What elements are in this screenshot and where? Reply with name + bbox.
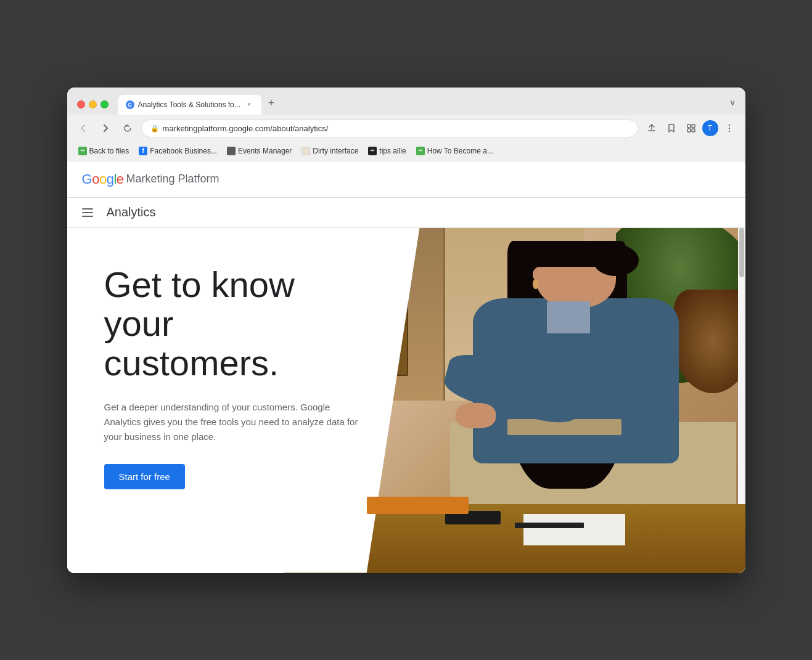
- new-tab-button[interactable]: +: [263, 95, 280, 112]
- bookmark-dirty-interface[interactable]: Dirty interface: [298, 145, 362, 157]
- svg-point-5: [728, 128, 729, 129]
- address-text: marketingplatform.google.com/about/analy…: [163, 124, 629, 133]
- profile-avatar[interactable]: T: [702, 120, 718, 136]
- share-button[interactable]: [643, 120, 660, 137]
- bookmark-back-to-files[interactable]: Back to files: [75, 145, 133, 157]
- bookmark-tips-allie[interactable]: tips allie: [364, 145, 409, 157]
- traffic-lights: [77, 100, 109, 108]
- extensions-button[interactable]: [683, 120, 700, 137]
- bookmark-how-to-become[interactable]: How To Become a...: [412, 145, 497, 157]
- title-bar: G Analytics Tools & Solutions fo... × + …: [67, 88, 745, 115]
- hero-heading-line1: Get to know: [104, 264, 295, 304]
- forward-button[interactable]: [97, 120, 114, 137]
- maximize-window-button[interactable]: [100, 100, 109, 108]
- bookmark-label-facebook: Facebook Busines...: [150, 147, 217, 155]
- refresh-button[interactable]: [119, 120, 136, 137]
- lock-icon: 🔒: [150, 124, 159, 132]
- svg-rect-3: [692, 129, 695, 132]
- bookmark-events-manager[interactable]: Events Manager: [223, 145, 295, 157]
- hero-description: Get a deeper understanding of your custo…: [104, 400, 363, 444]
- hero-heading-line3: customers.: [104, 343, 279, 383]
- bookmark-label-events: Events Manager: [238, 147, 292, 155]
- hamburger-menu-button[interactable]: [82, 205, 97, 220]
- jacket-collar: [547, 301, 590, 333]
- bookmark-favicon-how: [416, 147, 425, 155]
- tab-title: Analytics Tools & Solutions fo...: [138, 100, 241, 109]
- bookmark-favicon-events: [227, 147, 236, 155]
- tabs-bar: G Analytics Tools & Solutions fo... × +: [118, 95, 724, 115]
- hand: [456, 403, 496, 428]
- pen-on-table: [515, 523, 584, 528]
- bookmark-label-back: Back to files: [89, 147, 129, 155]
- address-bar[interactable]: 🔒 marketingplatform.google.com/about/ana…: [141, 120, 638, 137]
- logo-o2: o: [99, 171, 107, 187]
- laptop-on-table: [367, 497, 469, 514]
- bookmark-favicon-back: [78, 147, 87, 155]
- svg-rect-0: [687, 124, 691, 128]
- browser-window: G Analytics Tools & Solutions fo... × + …: [67, 88, 745, 573]
- hero-heading: Get to know your customers.: [104, 265, 395, 383]
- svg-rect-1: [692, 124, 695, 128]
- logo-o1: o: [92, 171, 99, 187]
- bookmark-label-how: How To Become a...: [427, 147, 493, 155]
- svg-point-6: [728, 131, 729, 132]
- paper-on-table: [523, 514, 625, 545]
- tab-favicon: G: [126, 100, 134, 109]
- analytics-nav: Analytics: [67, 198, 745, 228]
- navigation-bar: 🔒 marketingplatform.google.com/about/ana…: [67, 115, 745, 142]
- gmp-header: Google Marketing Platform: [67, 161, 745, 198]
- bookmark-favicon-facebook: f: [139, 147, 147, 155]
- logo-e: e: [117, 171, 124, 187]
- chrome-menu-button[interactable]: [721, 120, 738, 137]
- page-content: Google Marketing Platform Analytics: [67, 161, 745, 573]
- back-button[interactable]: [75, 120, 92, 137]
- logo-g2: g: [107, 171, 114, 187]
- svg-point-4: [728, 124, 729, 126]
- bookmark-label-dirty: Dirty interface: [313, 147, 358, 155]
- bookmark-favicon-dirty: [301, 147, 310, 155]
- platform-text: Marketing Platform: [126, 173, 219, 185]
- bookmark-label-tips: tips allie: [379, 147, 406, 155]
- hero-heading-line2: your: [104, 303, 174, 343]
- hair-bun: [593, 245, 639, 277]
- earring: [533, 279, 538, 288]
- tab-close-button[interactable]: ×: [244, 100, 254, 110]
- hamburger-line-2: [82, 212, 93, 213]
- logo-g1: G: [82, 171, 92, 187]
- expand-button[interactable]: ∨: [729, 97, 736, 107]
- bookmark-favicon-tips: [368, 147, 377, 155]
- google-logo: Google: [82, 171, 124, 187]
- nav-actions: T: [643, 120, 738, 137]
- hamburger-line-3: [82, 216, 93, 217]
- hamburger-line-1: [82, 208, 93, 210]
- close-window-button[interactable]: [77, 100, 85, 108]
- svg-rect-2: [687, 129, 691, 132]
- bookmark-button[interactable]: [663, 120, 680, 137]
- analytics-title: Analytics: [107, 205, 156, 219]
- minimize-window-button[interactable]: [89, 100, 97, 108]
- hero-text-overlay: Get to know your customers. Get a deeper…: [67, 228, 420, 573]
- bookmarks-bar: Back to files f Facebook Busines... Even…: [67, 142, 745, 161]
- active-tab[interactable]: G Analytics Tools & Solutions fo... ×: [118, 95, 262, 115]
- scrollbar-thumb[interactable]: [739, 228, 744, 277]
- hero-section: Get to know your customers. Get a deeper…: [67, 228, 745, 573]
- bookmark-facebook[interactable]: f Facebook Busines...: [135, 145, 221, 157]
- start-for-free-button[interactable]: Start for free: [104, 464, 185, 489]
